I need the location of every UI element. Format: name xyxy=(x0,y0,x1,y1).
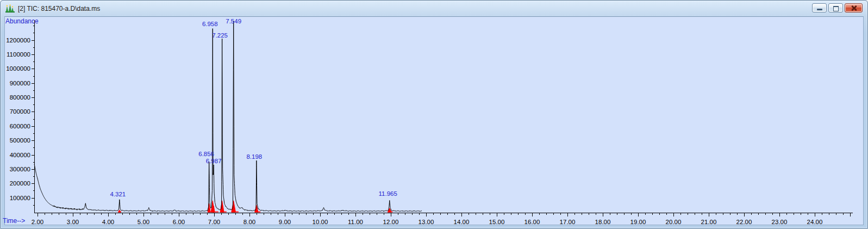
chromatogram-window: [2] TIC: 815470-a.D\data.ms Abundance Ti… xyxy=(0,0,868,229)
y-axis-ticks: 1000002000003000004000005000006000007000… xyxy=(6,26,34,206)
svg-text:24.00: 24.00 xyxy=(807,219,823,225)
svg-text:2.00: 2.00 xyxy=(32,219,43,225)
svg-text:21.00: 21.00 xyxy=(701,219,717,225)
svg-text:5.00: 5.00 xyxy=(138,219,149,225)
svg-text:100000: 100000 xyxy=(10,195,30,201)
screenshot-stage: [2] TIC: 815470-a.D\data.ms Abundance Ti… xyxy=(0,0,868,229)
svg-text:8.198: 8.198 xyxy=(246,153,262,160)
x-axis-title: Time--> xyxy=(3,217,25,225)
svg-text:4.321: 4.321 xyxy=(110,191,126,197)
svg-text:6.856: 6.856 xyxy=(198,151,214,157)
svg-text:13.00: 13.00 xyxy=(419,219,434,225)
svg-text:11.965: 11.965 xyxy=(379,190,397,197)
axes xyxy=(35,20,853,213)
peak-labels: 4.3216.8566.9876.9587.2257.5498.19811.96… xyxy=(110,18,397,197)
svg-text:7.225: 7.225 xyxy=(212,32,228,39)
x-axis-ticks: 2.003.004.005.006.007.008.009.0010.0011.… xyxy=(32,213,851,226)
svg-text:9.00: 9.00 xyxy=(279,219,291,225)
svg-text:1200000: 1200000 xyxy=(6,37,30,44)
svg-text:19.00: 19.00 xyxy=(630,219,646,225)
svg-text:7.549: 7.549 xyxy=(226,18,241,24)
svg-text:16.00: 16.00 xyxy=(524,219,540,225)
svg-text:12.00: 12.00 xyxy=(383,219,399,225)
svg-text:700000: 700000 xyxy=(10,108,30,115)
svg-text:17.00: 17.00 xyxy=(560,219,576,225)
svg-text:300000: 300000 xyxy=(10,166,30,172)
svg-text:14.00: 14.00 xyxy=(454,219,470,225)
svg-text:7.00: 7.00 xyxy=(208,219,220,225)
svg-text:1100000: 1100000 xyxy=(7,51,30,58)
svg-text:11.00: 11.00 xyxy=(348,219,363,225)
svg-text:6.987: 6.987 xyxy=(206,158,222,164)
y-axis-title: Abundance xyxy=(5,17,39,25)
svg-text:15.00: 15.00 xyxy=(489,219,505,225)
svg-text:6.00: 6.00 xyxy=(173,219,185,225)
svg-text:900000: 900000 xyxy=(10,80,30,86)
svg-text:20.00: 20.00 xyxy=(666,219,682,225)
svg-text:23.00: 23.00 xyxy=(772,219,788,225)
svg-text:1000000: 1000000 xyxy=(6,65,30,72)
svg-text:8.00: 8.00 xyxy=(243,219,255,225)
svg-text:400000: 400000 xyxy=(10,152,30,158)
chromatogram-plot[interactable]: 1000002000003000004000005000006000007000… xyxy=(1,1,868,229)
svg-text:18.00: 18.00 xyxy=(595,219,611,225)
svg-text:200000: 200000 xyxy=(10,180,30,187)
svg-text:500000: 500000 xyxy=(10,137,30,144)
tic-trace xyxy=(34,21,422,212)
svg-text:800000: 800000 xyxy=(10,94,30,101)
svg-text:6.958: 6.958 xyxy=(202,21,218,27)
svg-text:10.00: 10.00 xyxy=(313,219,328,225)
svg-text:4.00: 4.00 xyxy=(102,219,114,225)
svg-text:22.00: 22.00 xyxy=(736,219,752,225)
svg-text:3.00: 3.00 xyxy=(67,219,79,225)
svg-text:600000: 600000 xyxy=(10,123,30,129)
